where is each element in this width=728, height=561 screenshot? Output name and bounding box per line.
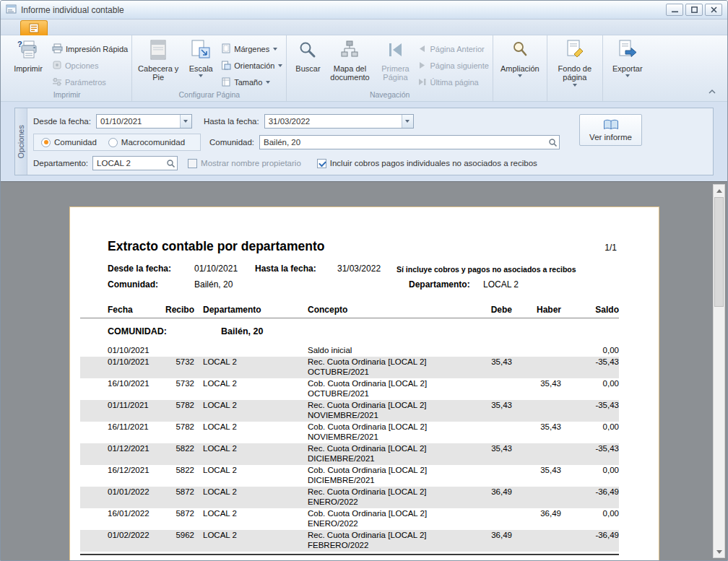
cell-concepto: Rec. Cuota Ordinaria [LOCAL 2] FEBRERO/2… <box>308 531 462 550</box>
cell-fecha: 01/10/2021 <box>80 346 165 356</box>
chevron-down-icon <box>273 48 277 51</box>
comunidad-input[interactable]: Bailén, 20 <box>259 135 560 149</box>
cell-concepto: Cob. Cuota Ordinaria [LOCAL 2] OCTUBRE/2… <box>308 379 462 399</box>
preview-scrollbar[interactable] <box>713 184 725 558</box>
margins-button[interactable]: Márgenes <box>221 43 282 55</box>
minimize-button[interactable] <box>666 4 683 16</box>
previous-page-button[interactable]: Página Anterior <box>417 43 488 55</box>
next-page-label: Página siguiente <box>430 61 488 70</box>
previous-page-label: Página Anterior <box>430 45 484 53</box>
scrollbar-thumb[interactable] <box>714 197 724 307</box>
total-value: -36,49 <box>594 559 619 561</box>
cell-recibo: 5822 <box>165 444 194 454</box>
window-controls <box>666 4 722 16</box>
from-date-dropdown-button[interactable] <box>180 115 191 128</box>
page-background-button[interactable]: Fondo de página <box>551 37 599 87</box>
radio-comunidad[interactable]: Comunidad <box>41 138 97 147</box>
report-comunidad-value: Bailén, 20 <box>194 279 233 290</box>
cell-departamento: LOCAL 2 <box>194 379 308 389</box>
report-row: 01/10/2021Saldo inicial0,00 <box>80 344 619 357</box>
last-page-button[interactable]: Última página <box>417 77 488 88</box>
first-page-button[interactable]: Primera Página <box>374 37 416 82</box>
report-to-value: 31/03/2022 <box>337 264 381 274</box>
last-page-icon <box>417 77 427 88</box>
show-owner-checkbox[interactable]: Mostrar nombre propietario <box>188 159 301 168</box>
cell-haber: 35,43 <box>512 422 561 432</box>
collapse-ribbon-button[interactable] <box>706 87 719 97</box>
options-tab[interactable]: Opciones <box>15 108 27 175</box>
search-icon <box>298 40 317 62</box>
cell-fecha: 16/12/2021 <box>80 466 165 476</box>
report-comunidad-label: Comunidad: <box>108 279 158 290</box>
search-icon <box>166 159 176 168</box>
cell-concepto: Saldo inicial <box>308 346 462 356</box>
quick-print-button[interactable]: Impresión Rápida <box>52 43 128 55</box>
view-report-button[interactable]: Ver informe <box>579 114 642 146</box>
report-rows: 01/10/2021Saldo inicial0,0001/10/2021573… <box>80 344 619 552</box>
report-table-header: Fecha Recibo Departamento Concepto Debe … <box>80 305 619 318</box>
header-footer-button[interactable]: Cabecera y Pie <box>136 37 181 82</box>
report-book-icon <box>603 119 619 131</box>
cell-recibo: 5732 <box>165 357 194 368</box>
close-icon <box>711 6 717 13</box>
scale-icon <box>191 40 211 62</box>
radio-macrocomunidad[interactable]: Macrocomunidad <box>108 138 185 147</box>
scroll-down-button[interactable] <box>714 546 724 557</box>
comunidad-search-button[interactable] <box>546 138 559 147</box>
cell-recibo: 5872 <box>165 487 194 497</box>
column-header-debe: Debe <box>462 305 512 315</box>
cell-departamento: LOCAL 2 <box>194 444 308 454</box>
report-page-number: 1/1 <box>604 243 617 253</box>
menu-document-icon <box>29 23 39 33</box>
radio-selected-icon <box>41 138 51 147</box>
orientation-button[interactable]: Orientación <box>221 60 282 71</box>
export-button[interactable]: Exportar <box>607 37 649 77</box>
search-button[interactable]: Buscar <box>290 37 325 73</box>
view-report-label: Ver informe <box>589 133 632 142</box>
include-individual-payments-checkbox[interactable]: Incluir cobros pagos individuales no aso… <box>317 159 537 168</box>
to-date-dropdown-button[interactable] <box>402 115 413 128</box>
ribbon-tab-row <box>1 19 727 35</box>
departamento-input[interactable]: LOCAL 2 <box>92 156 178 170</box>
cell-debe: 35,43 <box>462 357 512 368</box>
column-header-recibo: Recibo <box>165 305 194 315</box>
application-menu-button[interactable] <box>20 20 48 35</box>
comunidad-label: Comunidad: <box>209 138 254 147</box>
options-tab-label: Opciones <box>17 125 25 158</box>
to-date-label: Hasta la fecha: <box>204 117 259 126</box>
departamento-search-button[interactable] <box>164 159 177 168</box>
quick-print-icon <box>52 43 63 55</box>
parameters-button[interactable]: Parámetros <box>52 77 128 88</box>
cell-haber: 35,43 <box>512 466 561 476</box>
options-button[interactable]: Opciones <box>52 60 128 71</box>
options-panel: Opciones Desde la fecha: 01/10/2021 Hast… <box>14 108 714 175</box>
scale-button[interactable]: Escala <box>182 37 220 77</box>
report-group-row: COMUNIDAD: Bailén, 20 <box>80 326 619 338</box>
scroll-up-button[interactable] <box>714 185 724 196</box>
size-button[interactable]: Tamaño <box>221 77 282 88</box>
zoom-button[interactable]: Ampliación <box>497 37 543 77</box>
close-button[interactable] <box>705 4 722 16</box>
group-label-navegacion: Navegación <box>290 90 488 101</box>
next-page-button[interactable]: Página siguiente <box>417 60 488 71</box>
cell-concepto: Cob. Cuota Ordinaria [LOCAL 2] ENERO/202… <box>308 509 462 529</box>
print-label: Imprimir <box>14 64 43 74</box>
margins-label: Márgenes <box>234 45 269 53</box>
to-date-combobox[interactable]: 31/03/2022 <box>264 114 414 129</box>
options-label: Opciones <box>65 61 98 70</box>
cell-saldo: -35,43 <box>561 444 619 454</box>
cell-concepto: Rec. Cuota Ordinaria [LOCAL 2] ENERO/202… <box>308 487 462 507</box>
cell-saldo: 0,00 <box>561 379 619 389</box>
next-page-icon <box>417 61 427 71</box>
from-date-combobox[interactable]: 01/10/2021 <box>96 114 192 129</box>
radio-unselected-icon <box>108 138 118 147</box>
parameters-label: Parámetros <box>65 78 106 87</box>
document-map-button[interactable]: Mapa del documento <box>326 37 373 82</box>
chevron-down-icon <box>405 120 410 123</box>
print-button[interactable]: ? Imprimir <box>6 37 51 73</box>
cell-fecha: 01/10/2021 <box>80 357 165 368</box>
maximize-button[interactable] <box>685 4 703 16</box>
first-page-icon <box>386 40 404 62</box>
column-header-fecha: Fecha <box>80 305 165 315</box>
printer-icon: ? <box>17 40 39 62</box>
